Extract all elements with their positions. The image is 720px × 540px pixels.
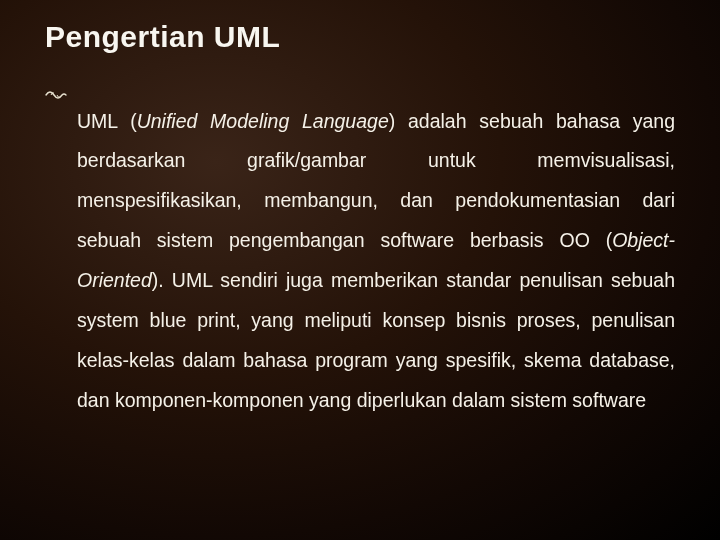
slide-title: Pengertian UML — [45, 20, 675, 54]
text-italic-term: Unified Modeling Language — [137, 110, 389, 132]
body-paragraph: UML (Unified Modeling Language) adalah s… — [77, 102, 675, 422]
text-segment: UML ( — [77, 110, 137, 132]
slide: Pengertian UML UML (Unified Modeling Lan… — [0, 0, 720, 540]
vine-bullet-icon — [45, 88, 67, 102]
text-segment: ). UML sendiri juga memberikan standar p… — [77, 269, 675, 411]
body-block: UML (Unified Modeling Language) adalah s… — [45, 82, 675, 441]
